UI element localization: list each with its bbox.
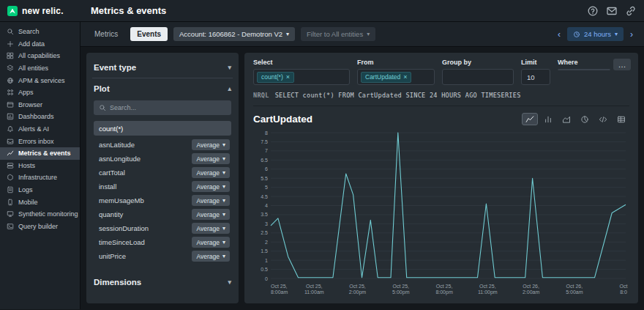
group-by-input[interactable] — [442, 69, 514, 85]
from-input[interactable]: CartUpdated × — [357, 69, 435, 85]
remove-icon[interactable]: × — [403, 73, 407, 81]
time-range-picker[interactable]: 24 hours ▾ — [567, 27, 624, 41]
sidebar-item-search[interactable]: Search — [0, 26, 80, 38]
document-icon — [7, 186, 14, 193]
time-prev-button[interactable]: ‹ — [554, 28, 564, 41]
svg-text:Oct8:0: Oct8:0 — [620, 284, 628, 295]
attribute-count-selected[interactable]: count(*) — [94, 121, 231, 136]
sidebar-item-browser[interactable]: Browser — [0, 99, 80, 111]
chevron-up-icon: ▴ — [228, 85, 231, 92]
caret-down-icon: ▾ — [222, 240, 225, 246]
section-label: Plot — [94, 84, 110, 93]
sidebar-item-metrics-events[interactable]: Metrics & events — [0, 147, 80, 160]
attribute-search-input[interactable] — [110, 104, 226, 111]
svg-text:1: 1 — [265, 258, 268, 263]
sidebar-item-query-builder[interactable]: Query builder — [0, 221, 80, 233]
sidebar-item-alerts-ai[interactable]: Alerts & AI — [0, 123, 80, 136]
code-icon — [599, 115, 607, 124]
aggregation-dropdown[interactable]: Average▾ — [192, 167, 230, 178]
sidebar-item-logs[interactable]: Logs — [0, 184, 80, 196]
line-chart-button[interactable] — [522, 113, 538, 125]
sidebar-item-label: Errors inbox — [18, 138, 54, 145]
tab-metrics[interactable]: Metrics — [88, 27, 124, 41]
bar-chart-button[interactable] — [540, 113, 556, 125]
limit-input[interactable]: 10 — [521, 69, 550, 85]
svg-text:3.5: 3.5 — [261, 212, 268, 217]
chevron-down-icon: ▾ — [228, 64, 231, 71]
sidebar-item-add-data[interactable]: Add data — [0, 38, 80, 51]
attribute-row[interactable]: memUsageMb Average▾ — [94, 193, 231, 207]
attribute-row[interactable]: sessionDuration Average▾ — [94, 221, 231, 235]
code-view-button[interactable] — [595, 113, 611, 125]
sidebar-item-errors-inbox[interactable]: Errors inbox — [0, 135, 80, 147]
tab-events[interactable]: Events — [130, 27, 168, 41]
caret-down-icon: ▾ — [222, 254, 225, 259]
attribute-row[interactable]: cartTotal Average▾ — [94, 166, 231, 180]
aggregation-dropdown[interactable]: Average▾ — [192, 153, 230, 164]
mail-icon[interactable] — [606, 5, 618, 17]
section-dimensions[interactable]: Dimensions ▾ — [94, 272, 231, 292]
where-input[interactable] — [558, 69, 610, 70]
link-icon[interactable] — [625, 5, 637, 17]
sidebar-item-label: Synthetic monitoring — [18, 210, 78, 218]
caret-down-icon: ▾ — [222, 184, 225, 190]
sidebar-item-all-capabilities[interactable]: All capabilities — [0, 50, 80, 62]
sidebar-item-label: All capabilities — [18, 52, 60, 59]
attribute-row[interactable]: asnLatitude Average▾ — [94, 138, 231, 152]
section-event-type[interactable]: Event type ▾ — [94, 57, 231, 78]
section-plot[interactable]: Plot ▴ — [94, 78, 231, 99]
attribute-row[interactable]: timeSinceLoad Average▾ — [94, 235, 231, 249]
sidebar-item-label: Search — [18, 28, 40, 35]
account-picker[interactable]: Account: 1606862 - Demotron V2 ▾ — [173, 27, 295, 41]
area-chart-button[interactable] — [558, 113, 574, 125]
caret-down-icon: ▾ — [615, 32, 618, 37]
svg-text:5.5: 5.5 — [261, 176, 268, 181]
bell-icon — [7, 125, 14, 133]
time-next-button[interactable]: › — [626, 28, 637, 41]
table-view-button[interactable] — [613, 113, 629, 125]
search-icon — [99, 104, 106, 111]
section-label: Dimensions — [94, 278, 141, 287]
attribute-name: timeSinceLoad — [99, 238, 145, 246]
aggregation-dropdown[interactable]: Average▾ — [192, 209, 230, 220]
sidebar-item-label: Mobile — [18, 199, 38, 206]
aggregation-dropdown[interactable]: Average▾ — [192, 237, 230, 248]
attribute-name: install — [99, 182, 116, 191]
sidebar-item-apps[interactable]: Apps — [0, 86, 80, 99]
timeseries-chart: 00.511.522.533.544.555.566.577.58Oct 25,… — [253, 128, 629, 298]
aggregation-label: Average — [196, 197, 220, 204]
attribute-row[interactable]: unitPrice Average▾ — [94, 249, 231, 263]
attribute-row[interactable]: quantity Average▾ — [94, 207, 231, 221]
sidebar-item-hosts[interactable]: Hosts — [0, 160, 80, 172]
table-icon — [617, 115, 626, 124]
attribute-row[interactable]: install Average▾ — [94, 180, 231, 193]
pie-chart-button[interactable] — [577, 113, 593, 125]
help-icon[interactable] — [587, 5, 599, 17]
line-chart-icon — [7, 150, 14, 157]
sidebar-item-mobile[interactable]: Mobile — [0, 196, 80, 208]
sidebar-item-infrastructure[interactable]: Infrastructure — [0, 171, 80, 184]
aggregation-dropdown[interactable]: Average▾ — [192, 223, 230, 234]
caret-down-icon: ▾ — [222, 170, 225, 176]
sidebar-item-synthetic-monitoring[interactable]: Synthetic monitoring — [0, 208, 80, 221]
remove-icon[interactable]: × — [286, 73, 290, 81]
attribute-row[interactable]: asnLongitude Average▾ — [94, 152, 231, 166]
time-range-label: 24 hours — [584, 30, 611, 38]
aggregation-dropdown[interactable]: Average▾ — [192, 195, 230, 206]
sidebar-item-label: Logs — [18, 186, 33, 193]
sidebar-item-apm-services[interactable]: APM & services — [0, 74, 80, 86]
aggregation-dropdown[interactable]: Average▾ — [192, 139, 230, 150]
select-input[interactable]: count(*) × — [253, 69, 350, 85]
group-by-label: Group by — [442, 59, 514, 66]
aggregation-label: Average — [196, 155, 220, 163]
new-relic-logo[interactable]: new relic. — [7, 6, 80, 16]
line-chart-icon — [525, 115, 534, 124]
sidebar-item-all-entities[interactable]: All entities — [0, 62, 80, 75]
more-options-button[interactable]: … — [613, 59, 631, 70]
sidebar-item-label: Apps — [18, 89, 34, 96]
aggregation-dropdown[interactable]: Average▾ — [192, 181, 230, 192]
aggregation-dropdown[interactable]: Average▾ — [192, 251, 230, 262]
server-icon — [7, 162, 14, 169]
sidebar-item-dashboards[interactable]: Dashboards — [0, 111, 80, 123]
entity-filter[interactable]: Filter to All entities ▾ — [301, 27, 375, 41]
